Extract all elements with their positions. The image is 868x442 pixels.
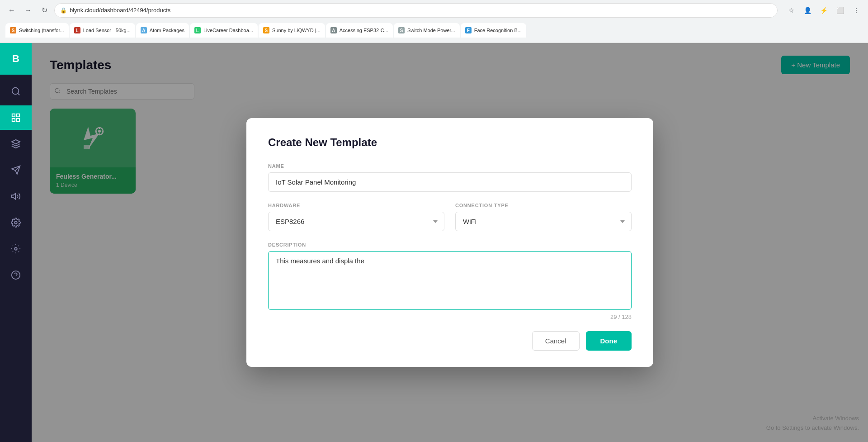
sidebar-item-help[interactable] (0, 263, 32, 287)
modal-footer: Cancel Done (268, 331, 632, 351)
description-field-group: DESCRIPTION This measures and displa the… (268, 242, 632, 320)
done-button[interactable]: Done (586, 331, 632, 351)
menu-button[interactable]: ⋮ (850, 4, 863, 17)
hardware-select[interactable]: ESP8266 ESP32 Arduino Raspberry Pi (268, 212, 444, 231)
app-layout: B (0, 43, 868, 442)
tab-favicon: A (330, 27, 337, 33)
svg-rect-3 (17, 114, 19, 117)
sidebar-logo: B (0, 43, 32, 75)
address-bar[interactable]: 🔒 blynk.cloud/dashboard/42494/products (54, 3, 778, 18)
tab-favicon: S (398, 27, 405, 33)
svg-rect-5 (17, 119, 19, 121)
profile-button[interactable]: 👤 (801, 4, 814, 17)
svg-rect-4 (12, 119, 15, 121)
tab-favicon: L (74, 27, 80, 33)
main-content: Templates + New Template (32, 43, 868, 442)
tab-livecareer[interactable]: L LiveCareer Dashboa... (190, 23, 258, 38)
svg-point-10 (14, 221, 17, 224)
modal-title: Create New Template (268, 136, 632, 149)
modal-overlay: Create New Template NAME HARDWARE ESP826… (32, 43, 868, 442)
connection-field-group: CONNECTION TYPE WiFi Ethernet Cellular B… (455, 203, 632, 231)
reload-button[interactable]: ↻ (38, 4, 51, 17)
description-label: DESCRIPTION (268, 242, 632, 247)
tab-label: Switching (transfor... (19, 28, 64, 33)
connection-label: CONNECTION TYPE (455, 203, 632, 208)
tab-switching[interactable]: S Switching (transfor... (5, 23, 69, 38)
tab-favicon: F (465, 27, 472, 33)
tab-label: Switch Mode Power... (407, 28, 455, 33)
hardware-connection-row: HARDWARE ESP8266 ESP32 Arduino Raspberry… (268, 203, 632, 231)
tab-favicon: A (141, 27, 147, 33)
svg-marker-9 (12, 194, 15, 200)
name-input[interactable] (268, 172, 632, 192)
tab-label: Atom Packages (150, 28, 184, 33)
char-count: 29 / 128 (268, 314, 632, 320)
sidebar-item-apps[interactable] (0, 105, 32, 130)
sidebar-item-send[interactable] (0, 158, 32, 182)
tab-favicon: S (10, 27, 16, 33)
tabs-bar: S Switching (transfor... L Load Sensor -… (0, 20, 868, 38)
sidebar-item-gear[interactable] (0, 237, 32, 261)
extensions-button[interactable]: ⚡ (817, 4, 830, 17)
sidebar-item-search[interactable] (0, 79, 32, 104)
name-label: NAME (268, 163, 632, 169)
tab-switch-mode[interactable]: S Switch Mode Power... (394, 23, 460, 38)
tab-sunny[interactable]: S Sunny by LiQWYD |... (259, 23, 325, 38)
browser-toolbar: ← → ↻ 🔒 blynk.cloud/dashboard/42494/prod… (0, 0, 868, 20)
svg-point-0 (12, 88, 19, 95)
window-button[interactable]: ⬜ (834, 4, 846, 17)
svg-marker-6 (12, 140, 20, 144)
back-button[interactable]: ← (5, 4, 18, 17)
hardware-field-group: HARDWARE ESP8266 ESP32 Arduino Raspberry… (268, 203, 444, 231)
sidebar-nav (0, 75, 32, 442)
connection-select[interactable]: WiFi Ethernet Cellular Bluetooth (455, 212, 632, 231)
forward-button[interactable]: → (22, 4, 34, 17)
browser-chrome: ← → ↻ 🔒 blynk.cloud/dashboard/42494/prod… (0, 0, 868, 43)
tab-favicon: S (263, 27, 269, 33)
browser-actions: ☆ 👤 ⚡ ⬜ ⋮ (785, 4, 863, 17)
tab-face-recognition[interactable]: F Face Recognition B... (461, 23, 526, 38)
lock-icon: 🔒 (60, 7, 67, 14)
tab-label: Load Sensor - 50kg... (83, 28, 131, 33)
description-wrapper: This measures and displa the 29 / 128 (268, 251, 632, 320)
description-textarea[interactable]: This measures and displa the (268, 251, 632, 310)
name-field-group: NAME (268, 163, 632, 192)
tab-label: Face Recognition B... (474, 28, 522, 33)
create-template-modal: Create New Template NAME HARDWARE ESP826… (246, 118, 653, 367)
bookmark-button[interactable]: ☆ (785, 4, 797, 17)
hardware-label: HARDWARE (268, 203, 444, 208)
tab-esp32[interactable]: A Accessing ESP32-C... (326, 23, 393, 38)
svg-line-1 (18, 93, 19, 95)
url-text: blynk.cloud/dashboard/42494/products (70, 7, 170, 14)
tab-label: Accessing ESP32-C... (340, 28, 388, 33)
sidebar-item-layers[interactable] (0, 132, 32, 156)
tab-load-sensor[interactable]: L Load Sensor - 50kg... (70, 23, 135, 38)
svg-point-11 (14, 247, 17, 250)
svg-rect-2 (12, 114, 15, 117)
tab-favicon: L (194, 27, 201, 33)
cancel-button[interactable]: Cancel (532, 331, 580, 351)
tab-label: Sunny by LiQWYD |... (272, 28, 321, 33)
sidebar-item-settings-circle[interactable] (0, 210, 32, 235)
tab-atom[interactable]: A Atom Packages (136, 23, 189, 38)
sidebar-item-notifications[interactable] (0, 184, 32, 209)
sidebar: B (0, 43, 32, 442)
tab-label: LiveCareer Dashboa... (203, 28, 253, 33)
